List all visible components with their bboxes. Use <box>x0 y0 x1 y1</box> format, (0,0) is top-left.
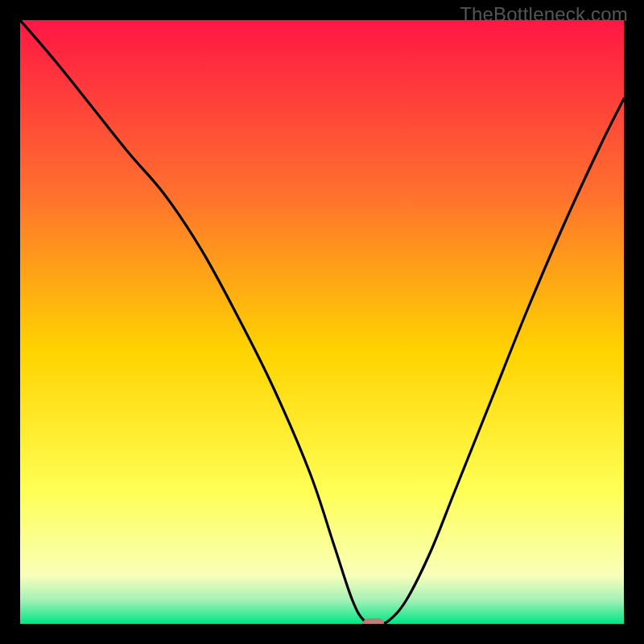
chart-frame: TheBottleneck.com <box>0 0 644 644</box>
bottleneck-chart <box>20 20 624 624</box>
plot-area <box>20 20 624 624</box>
gradient-background <box>20 20 624 624</box>
optimal-marker <box>363 619 384 624</box>
